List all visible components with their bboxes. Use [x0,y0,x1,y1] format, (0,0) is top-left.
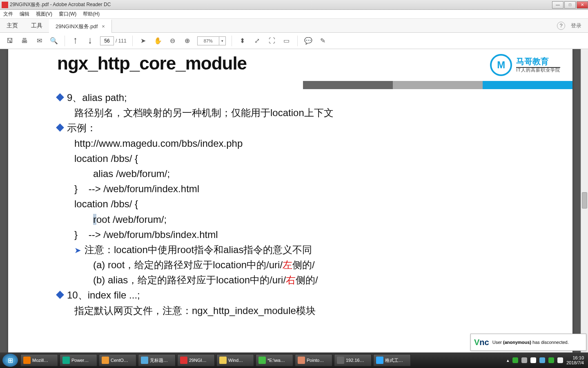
line-7b: --> /web/forum/index.html [89,183,199,194]
tab-bar: 主页 工具 29NGINX服务.pdf × ? 登录 [0,19,588,33]
help-icon[interactable]: ? [557,22,565,30]
line-4: http://www.magedu.com/bbs/index.php [74,136,523,151]
slide-content: 9、alias path; 路径别名，文档映射的另一种机制；仅能用于locati… [57,90,523,318]
menu-file[interactable]: 文件 [3,11,13,18]
vnc-message: User (anonymous) has disconnected. [492,340,569,345]
line-10b: --> /web/forum/bbs/index.html [89,229,218,240]
slide-heading: ngx_http_core_module [57,53,523,74]
clock[interactable]: 16:10 2018/7/4 [566,355,584,365]
brand-logo-icon: М [490,54,512,76]
tab-document-label: 29NGINX服务.pdf [56,23,98,30]
tray-icon[interactable] [548,357,554,363]
save-icon[interactable]: 🖫 [5,36,15,46]
page-counter: / 111 [100,36,127,45]
decorative-bars [303,81,572,89]
scrollbar-thumb[interactable] [582,192,587,209]
minimize-button[interactable]: — [552,1,564,9]
highlight-icon[interactable]: ✎ [318,36,328,46]
separator [232,36,232,46]
zoom-out-icon[interactable]: ⊖ [168,36,178,46]
print-icon[interactable]: 🖶 [20,36,29,46]
tab-tools[interactable]: 工具 [24,19,49,32]
menu-edit[interactable]: 编辑 [20,11,29,18]
menu-window[interactable]: 窗口(W) [59,11,76,18]
tray-chevron-icon[interactable]: ▴ [507,358,509,363]
zoom-in-icon[interactable]: ⊕ [183,36,192,46]
fit-page-icon[interactable]: ⤢ [252,36,262,46]
tab-home[interactable]: 主页 [0,19,24,32]
email-icon[interactable]: ✉ [34,36,44,46]
brand-subtitle: IT人的高薪职业学院 [516,67,560,73]
taskbar-item[interactable]: 192.16… [334,354,372,366]
taskbar-item[interactable]: Power… [60,354,97,366]
separator [132,36,133,46]
fit-width-icon[interactable]: ⬍ [238,36,247,46]
line-6: alias /web/forum/; [93,166,523,181]
line-5: location /bbs/ { [74,151,523,166]
line-9b: oot /web/forum/; [96,214,167,225]
taskbar: ⊞ Mozill… Power… CentO… 无标题… 29NGI… Wind… [0,352,588,368]
zoom-dropdown-icon[interactable]: ▾ [219,36,226,45]
document-viewport: ngx_http_core_module М 马哥教育 IT人的高薪职业学院 9… [0,49,588,352]
login-button[interactable]: 登录 [571,22,581,29]
taskbar-item[interactable]: 格式工… [373,354,411,366]
page-down-icon[interactable]: ⭣ [85,36,95,46]
tray-icon[interactable] [512,357,518,363]
system-tray: ▴ 16:10 2018/7/4 [507,355,588,365]
window-title: 29NGINX服务.pdf - Adobe Acrobat Reader DC [10,1,111,8]
menu-view[interactable]: 视图(V) [36,11,52,18]
separator [65,36,65,46]
tray-icon[interactable] [539,357,545,363]
tab-document[interactable]: 29NGINX服务.pdf × [49,19,112,33]
line-14: 10、index file ...; [67,289,140,301]
page-total: / 111 [116,38,127,44]
close-button[interactable]: ✕ [577,1,588,9]
app-icon [337,357,344,364]
taskbar-item[interactable]: Mozill… [20,354,58,366]
line-12a: (a) root，给定的路径对应于location中的/uri/ [93,259,283,270]
app-icon [62,357,70,364]
bullet-icon [56,291,64,299]
read-mode-icon[interactable]: ▭ [282,36,292,46]
window-titlebar: 29NGINX服务.pdf - Adobe Acrobat Reader DC … [0,0,588,10]
line-15: 指定默认网页文件，注意：ngx_http_index_module模块 [74,303,523,318]
app-icon [23,357,31,364]
line-10a: } [74,229,78,240]
line-12-red: 左 [283,259,292,270]
line-2: 路径别名，文档映射的另一种机制；仅能用于location上下文 [74,107,334,118]
fullscreen-icon[interactable]: ⛶ [267,36,277,46]
vertical-scrollbar[interactable] [581,49,588,352]
select-tool-icon[interactable]: ➤ [138,36,148,46]
page-up-icon[interactable]: ⭡ [71,36,80,46]
menu-help[interactable]: 帮助(H) [83,11,100,18]
separator [297,36,298,46]
brand-title: 马哥教育 [516,56,560,68]
search-icon[interactable]: 🔍 [49,36,59,46]
tab-close-icon[interactable]: × [102,23,105,29]
taskbar-item[interactable]: 29NGI… [177,354,215,366]
tray-icon[interactable] [557,357,563,363]
line-3: 示例： [67,122,96,133]
maximize-button[interactable]: □ [564,1,576,9]
line-13a: (b) alias，给定的路径对应于location中的/uri/ [93,274,286,285]
hand-tool-icon[interactable]: ✋ [153,36,163,46]
comment-icon[interactable]: 💬 [303,36,313,46]
app-icon [180,357,187,364]
vnc-notification: Vnc User (anonymous) has disconnected. [470,334,586,351]
app-icon [141,357,148,364]
taskbar-item[interactable]: Pointo… [295,354,332,366]
taskbar-item[interactable]: 无标题… [138,354,176,366]
taskbar-item[interactable]: Wind… [216,354,254,366]
page-current-input[interactable] [100,36,114,45]
menu-bar: 文件 编辑 视图(V) 窗口(W) 帮助(H) [0,10,588,19]
app-icon [219,357,227,364]
zoom-value[interactable]: 87% [197,36,219,45]
line-9-highlight: r [93,214,96,225]
taskbar-item[interactable]: *E:\wa… [256,354,293,366]
start-button[interactable]: ⊞ [2,354,18,367]
tray-icon[interactable] [530,357,536,363]
line-12b: 侧的/ [292,259,315,270]
taskbar-item[interactable]: CentO… [99,354,136,366]
line-1: 9、alias path; [67,92,127,103]
tray-icon[interactable] [521,357,527,363]
